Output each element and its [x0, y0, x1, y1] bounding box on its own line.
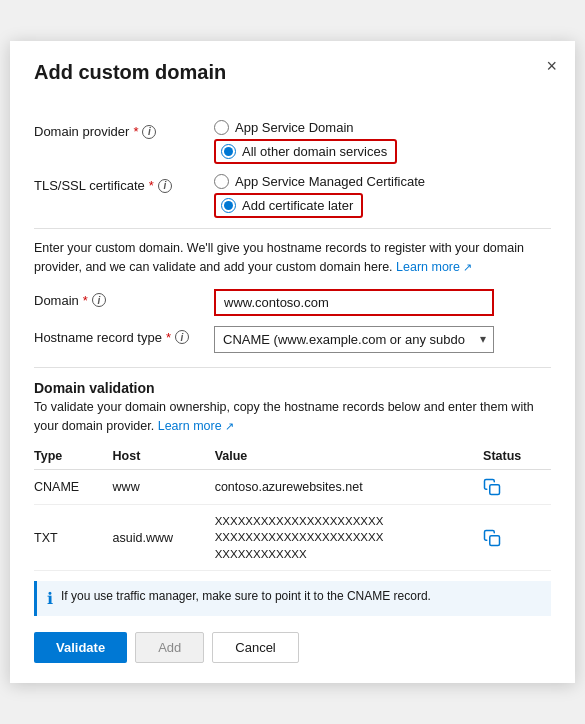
- info-bar-text: If you use traffic manager, make sure to…: [61, 589, 431, 603]
- radio-add-later-input[interactable]: [221, 198, 236, 213]
- domain-provider-row: Domain provider * i App Service Domain A…: [34, 120, 551, 164]
- close-button[interactable]: ×: [546, 57, 557, 75]
- row1-host: www: [113, 470, 215, 505]
- domain-info-icon[interactable]: i: [92, 293, 106, 307]
- row2-value: XXXXXXXXXXXXXXXXXXXXXXXXXXXXXXXXXXXXXXXX…: [215, 505, 483, 570]
- info-bar-icon: ℹ: [47, 589, 53, 608]
- row1-status: [483, 470, 551, 505]
- domain-validation-desc: To validate your domain ownership, copy …: [34, 398, 551, 436]
- domain-field-row: Domain * i: [34, 289, 551, 316]
- hostname-record-type-select[interactable]: CNAME (www.example.com or any subdo... A…: [214, 326, 494, 353]
- domain-input[interactable]: [214, 289, 494, 316]
- info-bar: ℹ If you use traffic manager, make sure …: [34, 581, 551, 616]
- hostname-record-type-row: Hostname record type * i CNAME (www.exam…: [34, 326, 551, 353]
- svg-rect-0: [490, 485, 500, 495]
- tls-ssl-label: TLS/SSL certificate * i: [34, 174, 214, 193]
- tls-ssl-options: App Service Managed Certificate Add cert…: [214, 174, 425, 218]
- table-row: TXT asuid.www XXXXXXXXXXXXXXXXXXXXXXXXXX…: [34, 505, 551, 570]
- hostname-record-type-select-wrapper: CNAME (www.example.com or any subdo... A…: [214, 326, 494, 353]
- col-host: Host: [113, 445, 215, 470]
- row2-type: TXT: [34, 505, 113, 570]
- divider: [34, 228, 551, 229]
- domain-validation-learn-more-link[interactable]: Learn more ↗: [158, 419, 234, 433]
- row1-value: contoso.azurewebsites.net: [215, 470, 483, 505]
- hostname-record-type-label: Hostname record type * i: [34, 326, 214, 345]
- radio-managed-cert[interactable]: App Service Managed Certificate: [214, 174, 425, 189]
- tls-ssl-row: TLS/SSL certificate * i App Service Mana…: [34, 174, 551, 218]
- row2-host: asuid.www: [113, 505, 215, 570]
- dialog-title: Add custom domain: [34, 61, 226, 84]
- learn-more-link[interactable]: Learn more ↗: [396, 260, 472, 274]
- table-row: CNAME www contoso.azurewebsites.net: [34, 470, 551, 505]
- validation-table: Type Host Value Status CNAME www contoso…: [34, 445, 551, 570]
- domain-provider-info-icon[interactable]: i: [142, 125, 156, 139]
- learn-more-external-icon: ↗: [463, 262, 472, 274]
- radio-all-other-domain[interactable]: All other domain services: [214, 139, 397, 164]
- row1-type: CNAME: [34, 470, 113, 505]
- radio-app-service-domain-input[interactable]: [214, 120, 229, 135]
- radio-app-service-domain[interactable]: App Service Domain: [214, 120, 397, 135]
- radio-all-other-domain-input[interactable]: [221, 144, 236, 159]
- radio-add-later[interactable]: Add certificate later: [214, 193, 425, 218]
- notice-text: Enter your custom domain. We'll give you…: [34, 239, 551, 277]
- domain-validation-external-icon: ↗: [225, 420, 234, 432]
- col-type: Type: [34, 445, 113, 470]
- add-custom-domain-dialog: Add custom domain × Domain provider * i …: [10, 41, 575, 682]
- col-status: Status: [483, 445, 551, 470]
- tls-ssl-info-icon[interactable]: i: [158, 179, 172, 193]
- row2-status: [483, 505, 551, 570]
- hostname-record-type-info-icon[interactable]: i: [175, 330, 189, 344]
- domain-provider-label: Domain provider * i: [34, 120, 214, 139]
- copy-icon-row1[interactable]: [483, 478, 501, 496]
- radio-managed-cert-input[interactable]: [214, 174, 229, 189]
- domain-validation-section: Domain validation To validate your domai…: [34, 380, 551, 571]
- validate-button[interactable]: Validate: [34, 632, 127, 663]
- domain-validation-title: Domain validation: [34, 380, 551, 396]
- radio-all-other-bordered: All other domain services: [214, 139, 397, 164]
- svg-rect-1: [490, 535, 500, 545]
- copy-icon-row2[interactable]: [483, 529, 501, 547]
- divider2: [34, 367, 551, 368]
- radio-add-later-bordered: Add certificate later: [214, 193, 363, 218]
- domain-provider-options: App Service Domain All other domain serv…: [214, 120, 397, 164]
- col-value: Value: [215, 445, 483, 470]
- domain-label: Domain * i: [34, 289, 214, 308]
- footer-buttons: Validate Add Cancel: [34, 632, 551, 663]
- add-button[interactable]: Add: [135, 632, 204, 663]
- cancel-button[interactable]: Cancel: [212, 632, 298, 663]
